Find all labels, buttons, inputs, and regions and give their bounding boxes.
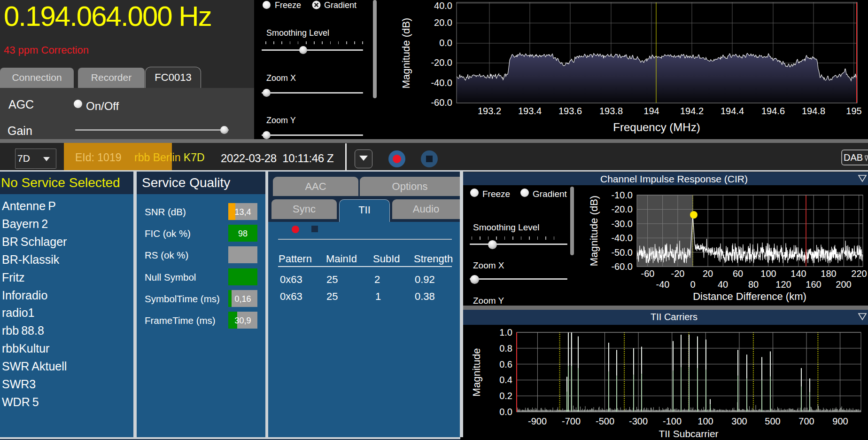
svg-text:TII Subcarrier: TII Subcarrier — [659, 428, 718, 439]
svg-text:-20.0: -20.0 — [611, 204, 633, 214]
svg-text:-50.0: -50.0 — [611, 247, 633, 258]
svg-text:-40.0: -40.0 — [431, 78, 452, 88]
svg-text:140: 140 — [790, 268, 806, 279]
svg-text:195: 195 — [846, 106, 861, 116]
svg-text:0.8: 0.8 — [499, 343, 512, 354]
svg-text:-30.0: -30.0 — [611, 219, 633, 229]
svg-text:0.2: 0.2 — [499, 391, 512, 401]
svg-text:220: 220 — [851, 268, 867, 279]
svg-text:160: 160 — [806, 279, 821, 290]
svg-text:100: 100 — [698, 416, 713, 426]
svg-text:194.8: 194.8 — [802, 106, 825, 116]
svg-text:194.2: 194.2 — [680, 106, 704, 116]
svg-text:60: 60 — [733, 268, 743, 279]
svg-text:0.4: 0.4 — [499, 375, 512, 385]
svg-text:40: 40 — [718, 279, 728, 290]
svg-text:-700: -700 — [562, 416, 581, 426]
svg-text:-100: -100 — [663, 416, 682, 426]
svg-text:1.0: 1.0 — [499, 327, 512, 338]
svg-text:194.4: 194.4 — [721, 106, 744, 116]
svg-text:40.0: 40.0 — [434, 0, 452, 11]
svg-text:-20.0: -20.0 — [431, 57, 452, 68]
svg-text:80: 80 — [748, 279, 759, 290]
svg-text:-10.0: -10.0 — [611, 190, 633, 200]
svg-text:194.6: 194.6 — [761, 106, 785, 116]
svg-text:193.2: 193.2 — [478, 106, 501, 116]
svg-text:100: 100 — [760, 268, 776, 279]
svg-text:-60: -60 — [641, 268, 655, 279]
svg-text:0.6: 0.6 — [499, 359, 512, 369]
svg-text:20.0: 20.0 — [434, 17, 452, 28]
svg-text:Distance Difference (km): Distance Difference (km) — [693, 291, 806, 302]
svg-text:-40: -40 — [656, 279, 670, 290]
svg-text:Magnitude (dB): Magnitude (dB) — [400, 18, 412, 88]
svg-text:0.0: 0.0 — [439, 38, 452, 48]
svg-text:0: 0 — [690, 279, 695, 290]
svg-text:193.6: 193.6 — [558, 106, 582, 116]
svg-text:-40.0: -40.0 — [611, 233, 633, 243]
svg-text:193.4: 193.4 — [518, 106, 542, 116]
svg-text:Magnitude (dB): Magnitude (dB) — [588, 196, 600, 266]
svg-text:700: 700 — [798, 416, 814, 426]
svg-text:-900: -900 — [528, 416, 547, 426]
svg-text:193.8: 193.8 — [599, 106, 623, 116]
svg-text:194: 194 — [643, 106, 659, 116]
svg-text:20: 20 — [703, 268, 713, 279]
svg-text:-60.0: -60.0 — [611, 261, 633, 272]
svg-text:-60.0: -60.0 — [431, 97, 452, 108]
svg-text:500: 500 — [765, 416, 780, 426]
svg-text:Frequency (MHz): Frequency (MHz) — [613, 121, 700, 134]
svg-text:200: 200 — [836, 279, 851, 290]
svg-text:Magnitude: Magnitude — [471, 348, 482, 397]
svg-text:-20: -20 — [671, 268, 685, 279]
svg-text:300: 300 — [731, 416, 747, 426]
svg-text:180: 180 — [821, 268, 836, 279]
svg-text:-300: -300 — [629, 416, 648, 426]
svg-text:900: 900 — [832, 416, 848, 426]
svg-text:120: 120 — [775, 279, 791, 290]
svg-text:0.0: 0.0 — [499, 407, 512, 417]
svg-text:-500: -500 — [596, 416, 614, 426]
